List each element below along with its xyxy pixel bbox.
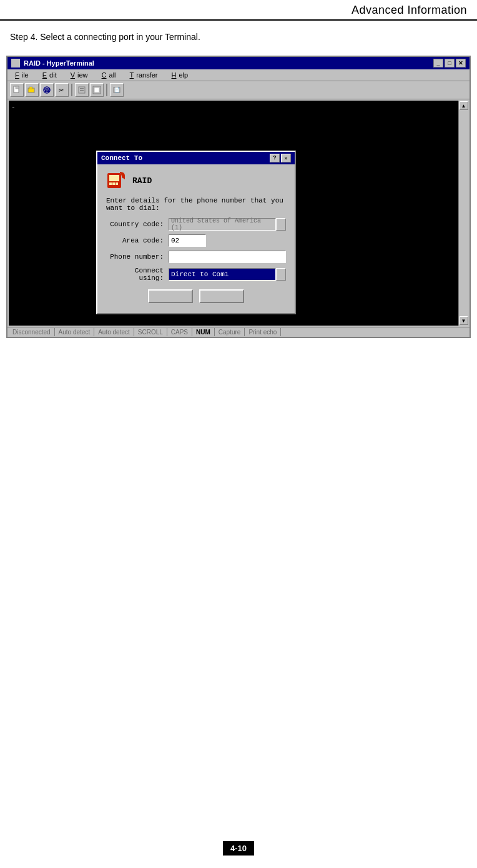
svg-text:📄: 📄 [114,87,120,92]
menubar: File Edit View Call Transfer Help [7,69,470,81]
connect-using-dropdown-arrow[interactable]: ▼ [276,268,286,281]
country-code-label: Country code: [106,221,169,228]
area-code-row: Area code: 02 [106,234,286,247]
toolbar-open-btn[interactable] [25,83,39,97]
page-title: Advanced Information [352,4,467,16]
page-number: 4-10 [223,841,254,856]
toolbar-settings-btn[interactable] [90,83,104,97]
menu-edit[interactable]: Edit [37,71,59,79]
phone-number-row: Phone number: [106,251,286,263]
toolbar-new-btn[interactable] [10,83,24,97]
ht-window-controls: _ □ ✕ [433,59,466,67]
ok-button[interactable]: OK [148,289,193,303]
connect-to-dialog: Connect To ? ✕ [96,151,296,314]
menu-help[interactable]: Help [167,71,191,79]
dialog-help-button[interactable]: ? [270,154,280,162]
status-auto-detect-2: Auto detect [94,328,134,336]
page-header: Advanced Information [0,0,477,21]
svg-rect-15 [109,175,119,181]
menu-view[interactable]: View [66,71,91,79]
svg-rect-16 [109,182,112,185]
svg-rect-3 [29,87,32,89]
hyperterminal-window: RAID - HyperTerminal _ □ ✕ File Edit Vie… [6,56,471,338]
svg-rect-11 [94,87,99,92]
connect-using-row: Connect using: Direct to Com1 ▼ [106,267,286,282]
ht-main-area: - Connect To ? ✕ [7,99,470,327]
dialog-body: RAID Enter details for the phone number … [97,164,295,313]
toolbar-properties-btn[interactable] [75,83,89,97]
connect-using-label: Connect using: [106,267,169,282]
close-button[interactable]: ✕ [456,59,466,67]
status-num: NUM [192,328,215,336]
svg-text:✂: ✂ [59,87,64,94]
status-scroll: SCROLL [134,328,167,336]
dialog-icon-row: RAID [106,171,286,191]
toolbar-disconnect-btn[interactable]: ✂ [55,83,69,97]
status-capture: Capture [215,328,245,336]
dialog-buttons: OK Cancel [106,289,286,307]
country-code-dropdown-arrow[interactable]: ▼ [276,218,286,231]
minimize-button[interactable]: _ [433,59,443,67]
phone-number-input[interactable] [169,251,286,263]
ht-app-icon [11,59,20,67]
dialog-description: Enter details for the phone number that … [106,197,286,212]
toolbar-send-btn[interactable]: 📄 [110,83,124,97]
status-auto-detect-1: Auto detect [55,328,95,336]
country-code-row: Country code: United States of America (… [106,218,286,231]
status-print-echo: Print echo [245,328,281,336]
connect-using-select[interactable]: Direct to Com1 [169,268,276,281]
vertical-scrollbar: ▲ ▼ [458,101,468,326]
menu-call[interactable]: Call [97,71,119,79]
ht-titlebar: RAID - HyperTerminal _ □ ✕ [7,57,470,69]
scroll-track[interactable] [459,111,468,316]
maximize-button[interactable]: □ [445,59,455,67]
statusbar: Disconnected Auto detect Auto detect SCR… [7,327,470,337]
area-code-label: Area code: [106,237,169,244]
phone-icon [106,171,126,191]
toolbar-separator-1 [71,84,72,96]
toolbar: ☎ ✂ 📄 [7,81,470,99]
terminal-display: - Connect To ? ✕ [9,101,458,326]
step-instruction: Step 4. Select a connecting port in your… [0,21,477,49]
status-caps: CAPS [167,328,192,336]
svg-rect-18 [116,182,118,185]
scroll-up-button[interactable]: ▲ [460,101,468,110]
area-code-input[interactable]: 02 [169,234,206,247]
dialog-titlebar: Connect To ? ✕ [97,152,295,164]
terminal-cursor: - [11,103,16,111]
dialog-connection-name: RAID [132,176,152,186]
scroll-down-button[interactable]: ▼ [460,316,468,325]
dialog-close-button[interactable]: ✕ [281,154,291,162]
cancel-button[interactable]: Cancel [199,289,244,303]
svg-rect-9 [80,90,84,91]
menu-file[interactable]: File [10,71,31,79]
dialog-window: Connect To ? ✕ [96,151,296,314]
toolbar-separator-2 [106,84,107,96]
toolbar-connect-btn[interactable]: ☎ [40,83,54,97]
svg-rect-17 [112,182,115,185]
svg-rect-8 [80,88,84,89]
country-code-input[interactable]: United States of America (1) [169,218,276,231]
dialog-title: Connect To [101,154,142,162]
ht-titlebar-left: RAID - HyperTerminal [11,59,94,67]
phone-number-label: Phone number: [106,253,169,261]
dialog-title-buttons: ? ✕ [270,154,291,162]
svg-text:☎: ☎ [44,87,50,93]
status-disconnected: Disconnected [9,328,55,336]
menu-transfer[interactable]: Transfer [125,71,160,79]
svg-rect-1 [16,86,19,89]
ht-window-title: RAID - HyperTerminal [24,59,94,67]
